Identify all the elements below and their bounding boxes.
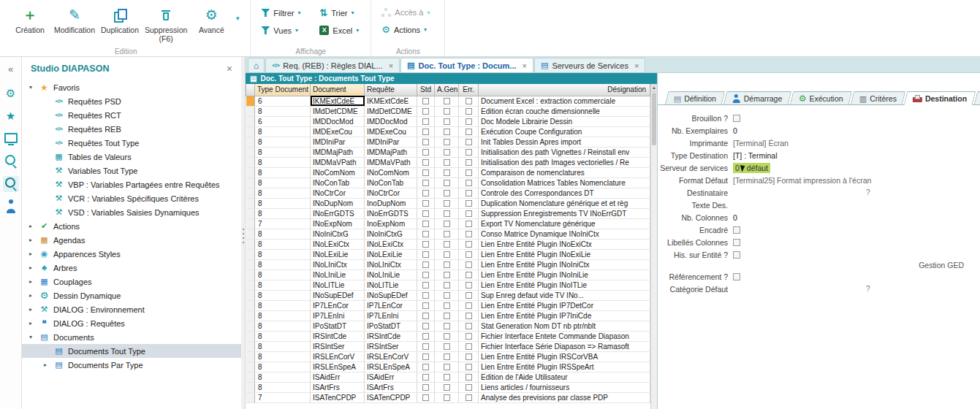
cell-designation[interactable]: Initialisation des path Vignettes / Rein… <box>479 147 650 157</box>
table-row[interactable]: 8IMDExeCouIMDExeCouExécution Coupe Confi… <box>246 126 650 137</box>
row-marker[interactable] <box>246 229 255 239</box>
row-marker[interactable] <box>246 198 255 208</box>
cell-designation[interactable]: Edition de l'Aide Utilisateur <box>479 372 650 382</box>
cell-designation[interactable]: Lien Entre Entité Plugin INoExiLie <box>479 249 650 259</box>
sidebar-item-documents[interactable]: ▾▤Documents <box>22 330 241 344</box>
checkbox[interactable] <box>444 129 450 135</box>
row-marker[interactable] <box>246 218 255 229</box>
cell-requete[interactable]: IRSIntSer <box>365 341 417 351</box>
checkbox[interactable] <box>422 333 429 340</box>
cell-agen[interactable] <box>435 239 459 249</box>
table-row[interactable]: 8IRSLEnSpeAIRSLEnSpeALien Entre Entité P… <box>246 362 650 372</box>
cell-requete[interactable]: INoSupEDef <box>365 290 417 300</box>
cell-type-document[interactable]: 8 <box>255 270 311 280</box>
checkbox[interactable] <box>444 190 450 196</box>
cell-designation[interactable]: Suppression Enregistrements TV INoErrGDT <box>479 208 650 218</box>
cell-type-document[interactable]: 8 <box>255 259 311 270</box>
column-header-d-signation[interactable]: Désignation <box>479 84 650 96</box>
cell-std[interactable] <box>417 270 435 280</box>
cell-type-document[interactable]: 8 <box>255 321 311 331</box>
checkbox[interactable] <box>444 169 450 176</box>
cell-agen[interactable] <box>435 310 459 321</box>
checkbox[interactable] <box>422 231 429 237</box>
cell-document[interactable]: INoLIniCtx <box>311 259 365 270</box>
checkbox[interactable] <box>422 108 429 115</box>
checkbox[interactable] <box>422 190 429 196</box>
dropdown-arrow-icon[interactable]: ▾ <box>232 2 243 34</box>
cell-err[interactable] <box>459 147 479 157</box>
sidebar-item-dessin-dynamique[interactable]: ▸⚙Dessin Dynamique <box>22 288 241 302</box>
props-tab-destination[interactable]: Destination <box>903 91 976 105</box>
cell-designation[interactable]: Document Excel : extraction commerciale <box>479 96 650 106</box>
cell-err[interactable] <box>459 106 479 116</box>
cell-type-document[interactable]: 8 <box>255 382 311 392</box>
cell-designation[interactable]: Consolidation Matrices Tables Nomenclatu… <box>479 177 650 188</box>
cell-err[interactable] <box>459 270 479 280</box>
checkbox[interactable] <box>422 98 429 104</box>
checkbox[interactable] <box>422 323 429 329</box>
cell-type-document[interactable]: 8 <box>255 188 311 198</box>
cell-err[interactable] <box>459 167 479 177</box>
cell-std[interactable] <box>417 208 435 218</box>
cell-type-document[interactable]: 8 <box>255 331 311 341</box>
checkbox[interactable] <box>422 200 429 207</box>
cell-std[interactable] <box>417 229 435 239</box>
cell-err[interactable] <box>459 362 479 372</box>
tab-close-icon[interactable]: × <box>634 61 639 70</box>
checkbox[interactable] <box>444 292 450 299</box>
cell-requete[interactable]: IMDExeCou <box>365 126 417 137</box>
sidebar-item-actions[interactable]: ▸✔Actions <box>22 219 241 233</box>
checkbox[interactable] <box>466 272 472 278</box>
cell-std[interactable] <box>417 249 435 259</box>
checkbox[interactable] <box>466 118 472 125</box>
expander-icon[interactable]: ▸ <box>29 264 38 271</box>
table-row[interactable]: 8IPoStatDTIPoStatDTStat Generation Nom D… <box>246 321 650 331</box>
cell-document[interactable]: INoLITLie <box>311 280 365 290</box>
checkbox[interactable] <box>466 394 472 401</box>
cell-agen[interactable] <box>435 147 459 157</box>
cell-std[interactable] <box>417 137 435 147</box>
cell-std[interactable] <box>417 331 435 341</box>
checkbox[interactable] <box>444 313 450 319</box>
cell-designation[interactable]: Duplication Nomenclature générique et et… <box>479 198 650 208</box>
cell-requete[interactable]: IMDIniPar <box>365 137 417 147</box>
expander-icon[interactable]: ▾ <box>29 84 38 91</box>
checkbox[interactable] <box>466 231 472 237</box>
cell-agen[interactable] <box>435 362 459 372</box>
cell-type-document[interactable]: 8 <box>255 239 311 249</box>
cell-agen[interactable] <box>435 96 459 106</box>
checkbox[interactable] <box>733 251 740 259</box>
cell-document[interactable]: INoConTab <box>311 177 365 188</box>
checkbox[interactable] <box>422 251 429 258</box>
checkbox[interactable] <box>466 292 472 299</box>
checkbox[interactable] <box>466 221 472 227</box>
cell-requete[interactable]: INoLIniLie <box>365 270 417 280</box>
cell-type-document[interactable]: 8 <box>255 351 311 362</box>
checkbox[interactable] <box>466 180 472 186</box>
checkbox[interactable] <box>422 261 429 268</box>
column-header-err[interactable]: Err. <box>459 84 479 96</box>
props-tab-crit-res[interactable]: ▥Critères <box>850 91 905 104</box>
cell-std[interactable] <box>417 218 435 229</box>
table-row[interactable]: 7ISATenCPDPISATenCPDPAnalyse des previsi… <box>246 392 650 402</box>
checkbox[interactable] <box>466 353 472 360</box>
checkbox[interactable] <box>444 210 450 217</box>
checkbox[interactable] <box>422 313 429 319</box>
checkbox[interactable] <box>444 333 450 340</box>
column-header-type-document[interactable]: Type Document <box>255 84 311 96</box>
checkbox[interactable] <box>466 108 472 115</box>
cell-agen[interactable] <box>435 351 459 362</box>
field-value-highlight[interactable]: 0défaut <box>733 163 770 173</box>
ribbon-button-filtrer[interactable]: Filtrer▾ <box>258 7 316 19</box>
field-value[interactable]: [Terminal25] Format impression à l'écran <box>733 176 871 185</box>
checkbox[interactable] <box>444 200 450 207</box>
cell-requete[interactable]: INoIniCtxG <box>365 229 417 239</box>
expander-icon[interactable]: ▸ <box>29 278 38 285</box>
checkbox[interactable] <box>444 159 450 166</box>
table-row[interactable]: 8IP7LEnCorIP7LEnCorLien Entre Entité Plu… <box>246 300 650 310</box>
table-row[interactable]: 8IRSIntSerIRSIntSerFichier Interface Sér… <box>246 341 650 351</box>
table-row[interactable]: 6IMDDocModIMDDocModDoc Modele Librairie … <box>246 116 650 126</box>
cell-document[interactable]: IMDMajPath <box>311 147 365 157</box>
checkbox[interactable] <box>422 159 429 166</box>
row-marker[interactable] <box>246 382 255 392</box>
